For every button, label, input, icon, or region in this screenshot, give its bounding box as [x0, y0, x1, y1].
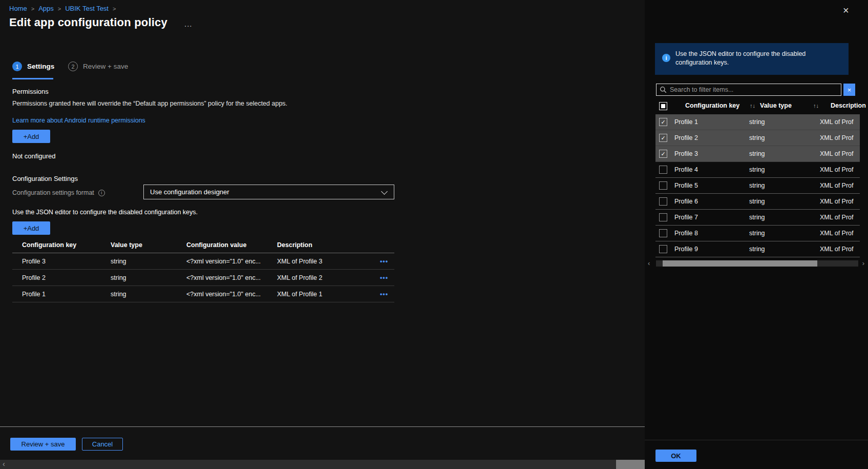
sort-icon[interactable]: ↑↓ [813, 103, 819, 109]
add-configuration-button[interactable]: +Add [12, 221, 50, 235]
scroll-left-icon[interactable]: ‹ [648, 259, 650, 267]
row-checkbox[interactable] [659, 197, 667, 206]
row-checkbox[interactable] [659, 245, 667, 253]
main-scrollbar-thumb[interactable] [616, 460, 645, 469]
cell-value-type: string [749, 134, 765, 141]
add-permission-button[interactable]: +Add [12, 130, 50, 143]
select-all-checkbox[interactable] [659, 102, 667, 110]
breadcrumb-separator-icon: > [31, 6, 34, 12]
panel-table-header: Configuration key ↑↓ Value type ↑↓ Descr… [655, 98, 862, 114]
breadcrumb: Home>Apps>UBIK Test Test> [9, 5, 120, 12]
tab-review-save[interactable]: 2 Review + save [68, 62, 128, 71]
configuration-format-dropdown[interactable]: Use configuration designer [143, 185, 394, 199]
row-menu-icon[interactable]: ••• [374, 274, 394, 281]
cell-configuration-key: Profile 3 [674, 150, 698, 157]
row-menu-icon[interactable]: ••• [374, 291, 394, 298]
cell-description: XML of Profile 2 [277, 274, 374, 281]
cell-configuration-key: Profile 8 [674, 230, 698, 237]
cell-configuration-key: Profile 3 [22, 258, 111, 265]
column-header-value-type[interactable]: Value type [760, 102, 792, 109]
column-header-description[interactable]: Description [831, 102, 866, 109]
scroll-right-icon[interactable]: › [862, 259, 864, 267]
cell-configuration-key: Profile 2 [674, 134, 698, 141]
row-checkbox[interactable]: ✓ [659, 118, 667, 126]
row-checkbox[interactable] [659, 166, 667, 174]
configuration-format-label: Configuration settings format i [12, 189, 105, 196]
panel-scrollbar-thumb[interactable] [663, 260, 817, 267]
scroll-left-icon[interactable]: ‹ [3, 460, 5, 469]
breadcrumb-link[interactable]: UBIK Test Test [65, 5, 109, 12]
row-checkbox[interactable]: ✓ [659, 134, 667, 142]
panel-table-row[interactable]: Profile 7stringXML of Prof [655, 210, 860, 226]
dropdown-selected-value: Use configuration designer [150, 188, 229, 196]
row-menu-icon[interactable]: ••• [374, 258, 394, 265]
panel-table-row[interactable]: Profile 4stringXML of Prof [655, 162, 860, 178]
tab-settings-label: Settings [27, 63, 54, 70]
panel-table-row[interactable]: ✓Profile 1stringXML of Prof [655, 114, 860, 130]
panel-table-row[interactable]: ✓Profile 3stringXML of Prof [655, 146, 860, 162]
clear-search-button[interactable]: × [843, 84, 855, 96]
json-editor-note: Use the JSON editor to configure the dis… [12, 209, 198, 216]
panel-table-row[interactable]: ✓Profile 2stringXML of Prof [655, 130, 860, 146]
tab-settings[interactable]: 1 Settings [12, 62, 54, 71]
column-header-configuration-key[interactable]: Configuration key [685, 102, 739, 109]
panel-horizontal-scrollbar[interactable]: ‹ › [645, 259, 868, 268]
panel-table-row[interactable]: Profile 5stringXML of Prof [655, 178, 860, 194]
cell-configuration-key: Profile 2 [22, 274, 111, 281]
main-horizontal-scrollbar[interactable]: ‹ [0, 460, 645, 469]
more-options-icon[interactable]: ... [184, 19, 193, 28]
active-tab-underline [12, 78, 53, 79]
cell-description: XML of Profile 1 [277, 291, 374, 298]
configuration-keys-panel: × i Use the JSON editor to configure the… [645, 0, 868, 469]
config-table-row[interactable]: Profile 2string<?xml version="1.0" enc..… [12, 270, 394, 286]
sort-icon[interactable]: ↑↓ [750, 103, 755, 109]
panel-table-row[interactable]: Profile 6stringXML of Prof [655, 194, 860, 210]
config-table-row[interactable]: Profile 3string<?xml version="1.0" enc..… [12, 253, 394, 270]
row-checkbox[interactable] [659, 181, 667, 190]
ok-button[interactable]: OK [655, 450, 696, 462]
panel-table-row[interactable]: Profile 9stringXML of Prof [655, 241, 860, 257]
column-header-description: Description [277, 241, 374, 249]
row-checkbox[interactable] [659, 213, 667, 221]
column-header-value-type: Value type [111, 241, 186, 249]
panel-table-row[interactable]: Profile 8stringXML of Prof [655, 226, 860, 241]
step-2-badge: 2 [68, 62, 78, 71]
cell-value-type: string [749, 198, 765, 205]
cell-description: XML of Profile 3 [277, 258, 374, 265]
column-header-configuration-key: Configuration key [22, 241, 111, 249]
cell-value-type: string [111, 258, 186, 265]
config-table-row[interactable]: Profile 1string<?xml version="1.0" enc..… [12, 286, 394, 302]
cell-value-type: string [749, 214, 765, 221]
tab-review-save-label: Review + save [83, 63, 128, 70]
cell-configuration-key: Profile 4 [674, 166, 698, 173]
cell-description: XML of Prof [820, 214, 854, 221]
cell-configuration-key: Profile 1 [674, 118, 698, 126]
close-icon[interactable]: × [843, 5, 849, 15]
permissions-description: Permissions granted here will override t… [12, 100, 287, 107]
info-icon[interactable]: i [98, 190, 105, 196]
cell-value-type: string [749, 182, 765, 189]
cancel-button[interactable]: Cancel [82, 438, 123, 451]
permissions-status: Not configured [12, 152, 56, 160]
breadcrumb-link[interactable]: Home [9, 5, 27, 12]
cell-configuration-key: Profile 5 [674, 182, 698, 189]
search-icon [660, 86, 667, 93]
search-input[interactable] [667, 86, 841, 93]
cell-value-type: string [749, 150, 765, 157]
cell-configuration-value: <?xml version="1.0" enc... [186, 291, 277, 298]
cell-description: XML of Prof [820, 134, 854, 141]
cell-value-type: string [749, 246, 765, 253]
breadcrumb-separator-icon: > [58, 6, 61, 12]
android-permissions-link[interactable]: Learn more about Android runtime permiss… [12, 117, 145, 124]
row-checkbox[interactable] [659, 229, 667, 237]
info-icon: i [662, 54, 670, 62]
step-1-badge: 1 [12, 62, 22, 71]
cell-description: XML of Prof [820, 198, 854, 205]
configuration-format-label-text: Configuration settings format [12, 189, 94, 196]
breadcrumb-link[interactable]: Apps [38, 5, 54, 12]
review-save-button[interactable]: Review + save [10, 438, 76, 451]
cell-configuration-value: <?xml version="1.0" enc... [186, 274, 277, 281]
config-table-body: Profile 3string<?xml version="1.0" enc..… [12, 253, 394, 302]
row-checkbox[interactable]: ✓ [659, 150, 667, 158]
cell-description: XML of Prof [820, 118, 854, 126]
